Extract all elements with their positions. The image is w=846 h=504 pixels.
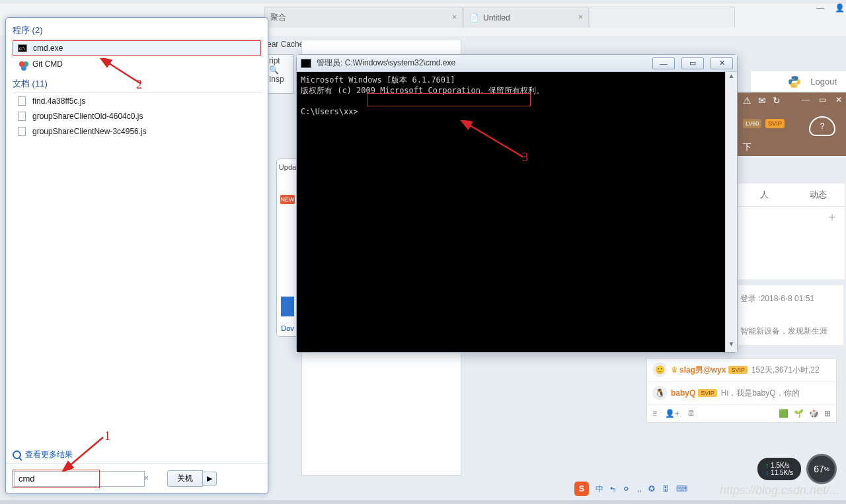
panel-line: 🔍 Insp xyxy=(269,65,291,84)
close-button[interactable]: ✕ xyxy=(835,95,842,104)
ime-item[interactable]: ✪ xyxy=(648,484,655,493)
logout-button[interactable]: Logout xyxy=(810,77,837,87)
cmd-window-title: 管理员: C:\Windows\system32\cmd.exe xyxy=(317,57,455,69)
tab-close-icon[interactable]: × xyxy=(452,13,457,22)
minimize-button[interactable]: — xyxy=(652,57,675,69)
panel-line: ript xyxy=(269,56,291,65)
tab-title: Untitled xyxy=(483,13,510,22)
cmd-terminal[interactable]: Microsoft Windows [版本 6.1.7601] 版权所有 (c)… xyxy=(297,72,725,352)
device-notice: 智能新设备，发现新生涯 xyxy=(740,323,841,340)
fiddler-sidepanel: ript 🔍 Insp xyxy=(267,54,293,94)
warning-icon[interactable]: ⚠ xyxy=(743,95,751,106)
footer-icon[interactable]: 🌱 xyxy=(794,409,804,418)
chat-meta: 152天,3671小时,22 xyxy=(751,365,820,376)
ime-item[interactable]: •₅ xyxy=(610,484,616,493)
search-result-doc[interactable]: find.4a38ff5c.js xyxy=(13,94,261,108)
maximize-button[interactable]: ▭ xyxy=(681,57,704,69)
footer-icon[interactable]: 🎲 xyxy=(809,409,819,418)
cmd-window-icon xyxy=(301,59,311,68)
svip-badge: SVIP xyxy=(765,119,785,128)
label-2: 2 xyxy=(136,78,142,92)
svg-line-1 xyxy=(69,437,103,466)
calendar-icon[interactable]: 🗓 xyxy=(687,409,695,418)
refresh-icon[interactable]: ↻ xyxy=(773,95,781,106)
download-label[interactable]: Dov xyxy=(281,324,294,332)
add-button[interactable]: ＋ xyxy=(826,209,838,225)
avatar: 🐧 xyxy=(652,386,667,400)
scrollbar[interactable]: ▲ ▼ xyxy=(725,72,737,352)
search-icon xyxy=(13,450,21,459)
crown-icon: ♛ xyxy=(671,365,678,375)
browser-tab-empty[interactable] xyxy=(590,7,735,28)
taskbar xyxy=(0,500,846,504)
svip-badge: SVIP xyxy=(728,366,748,374)
tab-activity[interactable]: 动态 xyxy=(791,184,845,206)
shutdown-menu-arrow[interactable]: ▶ xyxy=(203,472,217,486)
search-result-doc[interactable]: groupShareClientOld-4604c0.js xyxy=(13,109,261,124)
tab-close-icon[interactable]: × xyxy=(578,13,583,22)
result-label: groupShareClientNew-3c4956.js xyxy=(32,127,147,136)
level-badge: LV60 xyxy=(743,119,761,128)
ime-item[interactable]: 🎛 xyxy=(662,484,670,493)
chat-footer: ≡ 👤+ 🗓 🟩 🌱 🎲 ⊞ xyxy=(647,405,836,422)
shutdown-button[interactable]: 关机 xyxy=(167,470,203,487)
login-time: 登录 :2018-6-8 01:51 xyxy=(740,291,841,307)
speed-readout: ↑ 1.5K/s ↓ 11.5K/s xyxy=(757,458,801,480)
footer-icon[interactable]: ⊞ xyxy=(824,409,831,418)
label-3: 3 xyxy=(522,151,528,164)
svg-line-0 xyxy=(107,62,140,83)
annotation-box-3 xyxy=(367,93,531,106)
document-icon xyxy=(18,112,26,121)
scroll-up-icon[interactable]: ▲ xyxy=(726,72,737,84)
chat-row[interactable]: 🙂 ♛ slag男@wyx SVIP 152天,3671小时,22 xyxy=(647,359,836,382)
clear-icon[interactable]: × xyxy=(144,474,149,483)
update-label: Upda xyxy=(279,163,296,171)
result-label: cmd.exe xyxy=(33,44,63,53)
ime-item[interactable]: 中 xyxy=(596,484,603,495)
maximize-button[interactable]: ▭ xyxy=(819,95,826,104)
ime-bar[interactable]: S 中 •₅ ⭘ ,, ✪ 🎛 ⌨ xyxy=(568,479,694,499)
search-result-doc[interactable]: groupShareClientNew-3c4956.js xyxy=(13,124,261,139)
cloud-icon[interactable]: ? xyxy=(809,116,835,136)
fiddler-update-panel: Upda NEW Dov xyxy=(276,159,299,337)
programs-header: 程序 (2) xyxy=(13,22,261,40)
browser-tab[interactable]: 聚合 × xyxy=(264,7,463,28)
see-more-results[interactable]: 查看更多结果 xyxy=(6,447,268,463)
jupyter-header: Logout xyxy=(751,71,846,92)
python-icon xyxy=(788,75,801,89)
percent-circle[interactable]: 67% xyxy=(806,454,837,484)
speed-meter: ↑ 1.5K/s ↓ 11.5K/s 67% xyxy=(757,454,837,484)
cmd-titlebar[interactable]: 管理员: C:\Windows\system32\cmd.exe — ▭ ✕ xyxy=(297,55,737,72)
tab-people[interactable]: 人 xyxy=(738,184,791,206)
toolbar-clearcache[interactable]: ear Cache xyxy=(267,40,303,49)
cmd-window: 管理员: C:\Windows\system32\cmd.exe — ▭ ✕ M… xyxy=(296,54,738,353)
mail-icon[interactable]: ✉ xyxy=(758,95,766,106)
start-search-input[interactable] xyxy=(14,471,145,487)
ime-item[interactable]: ⭘ xyxy=(623,484,631,493)
tab-title: 聚合 xyxy=(270,12,286,23)
label-1: 1 xyxy=(104,429,110,443)
chat-meta: Hi，我是babyQ，你的 xyxy=(721,388,800,399)
chat-panel: 🙂 ♛ slag男@wyx SVIP 152天,3671小时,22 🐧 baby… xyxy=(646,358,837,423)
right-tabs: 人 动态 ＋ xyxy=(738,184,845,279)
adduser-icon[interactable]: 👤+ xyxy=(665,409,679,418)
close-button[interactable]: ✕ xyxy=(711,57,733,69)
git-icon xyxy=(19,61,24,67)
progress-stub xyxy=(281,297,294,316)
ime-item[interactable]: ⌨ xyxy=(676,484,687,493)
scroll-down-icon[interactable]: ▼ xyxy=(726,340,737,352)
browser-tab[interactable]: 📄 Untitled × xyxy=(463,7,589,28)
result-label: find.4a38ff5c.js xyxy=(32,96,86,106)
footer-icon[interactable]: 🟩 xyxy=(779,409,788,418)
cloud-app-header: ⚠ ✉ ↻ — ▭ ✕ LV60 SVIP ? 下 xyxy=(738,92,846,156)
chat-name: slag男@wyx xyxy=(679,365,726,376)
minimize-icon[interactable]: — xyxy=(816,3,824,13)
chat-row[interactable]: 🐧 babyQ SVIP Hi，我是babyQ，你的 xyxy=(647,382,836,405)
document-icon xyxy=(18,96,26,106)
minimize-button[interactable]: — xyxy=(802,95,810,104)
ime-item[interactable]: ,, xyxy=(637,484,642,493)
menu-icon[interactable]: ≡ xyxy=(652,409,657,418)
search-result-cmd[interactable]: c:\ cmd.exe xyxy=(13,40,261,56)
person-icon[interactable]: 👤 xyxy=(835,3,845,13)
right-info-panel: 登录 :2018-6-8 01:51 智能新设备，发现新生涯 xyxy=(738,285,843,345)
